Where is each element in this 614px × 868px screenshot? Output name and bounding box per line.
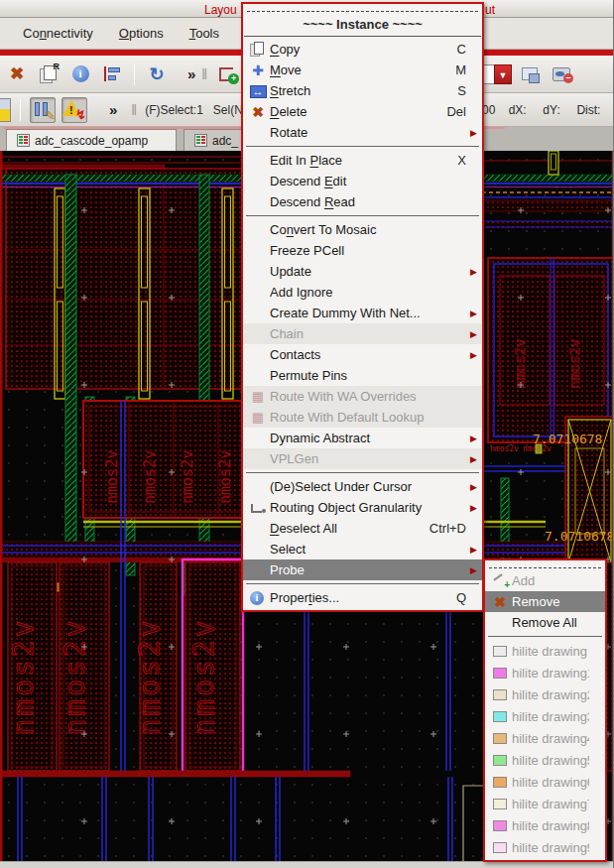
overflow-chevron[interactable]: » <box>109 101 115 118</box>
probe-submenu-item-hilite-drawing2[interactable]: hilite drawing2 <box>485 683 605 705</box>
stretch-icon: ↔ <box>246 82 270 100</box>
menu-item-label: VPLGen <box>270 451 466 466</box>
menu-item-label: (De)Select Under Cursor <box>270 479 466 494</box>
submenu-arrow-icon: ▶ <box>466 482 477 492</box>
coordinate-status: 00 dX: dY: Dist: C <box>482 103 614 117</box>
tab-adc-cascode-opamp[interactable]: adc_cascode_opamp <box>6 129 177 151</box>
context-menu-item-de-select-under-cursor[interactable]: (De)Select Under Cursor▶ <box>243 476 482 497</box>
edit-mode-toggle[interactable]: ✎ <box>30 97 56 123</box>
context-menu-item-probe[interactable]: Probe▶ <box>243 559 482 580</box>
menu-separator <box>246 472 479 473</box>
submenu-arrow-icon: ▶ <box>466 350 477 360</box>
context-menu-item-copy[interactable]: CopyC <box>243 39 482 60</box>
toolbar-handle[interactable]: ‖ <box>131 102 137 118</box>
tab-label: adc_ <box>212 134 238 148</box>
context-menu-item-freeze-pcell[interactable]: Freeze PCell <box>243 240 482 261</box>
probe-submenu-item-hilite-drawing9[interactable]: hilite drawing9 <box>485 836 605 858</box>
menu-item-label: hilite drawing2 <box>512 687 589 702</box>
menu-item-shortcut: Del <box>446 104 466 119</box>
menu-item-label: Properties... <box>270 590 448 605</box>
window-title-fragment: Layou <box>204 3 237 17</box>
context-menu-item-rotate[interactable]: Rotate▶ <box>243 122 482 143</box>
menu-item-label: hilite drawing3 <box>512 709 589 724</box>
menu-item-label: Descend Edit <box>270 174 466 188</box>
probe-submenu-item-hilite-drawing8[interactable]: hilite drawing8 <box>485 814 605 836</box>
toolbar-separator <box>134 63 135 85</box>
probe-submenu-item-hilite-drawing3[interactable]: hilite drawing3 <box>485 705 605 727</box>
menu-item-label: Add <box>512 573 589 588</box>
menubar-item-options[interactable]: Options <box>106 22 177 45</box>
context-menu-item-stretch[interactable]: ↔StretchS <box>243 80 482 101</box>
probe-add-icon <box>488 572 512 590</box>
drc-warning-toggle[interactable]: !↯ <box>61 97 87 123</box>
note-save-icon <box>521 65 541 83</box>
tab-label: adc_cascode_opamp <box>35 134 148 148</box>
menubar-item-tools[interactable]: Tools <box>177 22 232 45</box>
redraw-button[interactable]: ↻ <box>144 62 170 87</box>
context-menu-item-move[interactable]: ✚MoveM <box>243 60 482 80</box>
context-menu-item-vplgen[interactable]: VPLGen▶ <box>243 448 482 469</box>
menu-separator <box>246 146 479 147</box>
copy-instance-button[interactable]: R <box>36 62 61 87</box>
delete-icon: ✖ <box>246 103 270 121</box>
probe-submenu-item-hilite-drawing[interactable]: hilite drawing <box>485 640 605 662</box>
context-menu-item-delete[interactable]: ✖DeleteDel <box>243 101 482 122</box>
context-menu-item-route-with-wa-overrides[interactable]: ▦Route With WA Overrides <box>243 386 482 407</box>
context-menu-item-create-dummy-with-net[interactable]: Create Dummy With Net...▶ <box>243 303 482 323</box>
clipped-toolbar-icon[interactable] <box>0 98 11 122</box>
hilite-color-swatch <box>493 646 507 657</box>
probe-hide-button[interactable]: – <box>550 62 575 87</box>
context-menu-item-add-ignore[interactable]: Add Ignore <box>243 282 482 303</box>
tearoff-handle[interactable] <box>247 5 478 12</box>
probe-submenu-item-hilite-drawing4[interactable]: hilite drawing4 <box>485 727 605 749</box>
context-menu-item-properties[interactable]: Properties...Q <box>243 587 482 608</box>
context-menu-item-edit-in-place[interactable]: Edit In PlaceX <box>243 150 482 171</box>
menu-item-label: Descend Read <box>270 194 466 209</box>
submenu-arrow-icon: ▶ <box>466 503 477 513</box>
menu-item-label: Select <box>270 542 466 557</box>
context-menu-item-update[interactable]: Update▶ <box>243 261 482 282</box>
create-route-button[interactable]: + <box>215 62 241 87</box>
tearoff-handle[interactable] <box>489 561 601 568</box>
context-menu-item-permute-pins[interactable]: Permute Pins <box>243 365 482 386</box>
overflow-chevron[interactable]: » <box>187 65 193 82</box>
probe-submenu-item-hilite-drawing6[interactable]: hilite drawing6 <box>485 771 605 793</box>
hilite-color-swatch <box>493 689 507 700</box>
menubar-item-connectivity[interactable]: Connectivity <box>10 22 106 45</box>
context-menu-item-convert-to-mosaic[interactable]: Convert To Mosaic <box>243 219 482 240</box>
eye-minus-icon: – <box>552 65 573 83</box>
context-menu-item-deselect-all[interactable]: Deselect AllCtrl+D <box>243 518 482 539</box>
probe-submenu-item-hilite-drawing1[interactable]: hilite drawing1 <box>485 662 605 683</box>
menu-item-label: hilite drawing7 <box>512 797 589 811</box>
submenu-arrow-icon: ▶ <box>466 565 477 575</box>
context-menu-item-descend-edit[interactable]: Descend Edit <box>243 171 482 191</box>
annotate-save-button[interactable] <box>518 62 544 87</box>
menu-item-label: Freeze PCell <box>270 243 466 258</box>
context-menu-item-chain[interactable]: Chain▶ <box>243 323 482 344</box>
align-button[interactable] <box>99 62 125 87</box>
toolbar-handle[interactable]: ‖ <box>201 66 207 82</box>
delete-button[interactable]: ✖ <box>4 62 30 87</box>
context-menu-item-dynamic-abstract[interactable]: Dynamic Abstract▶ <box>243 428 482 448</box>
probe-submenu-item-remove-all[interactable]: Remove All <box>485 612 605 633</box>
route-plus-icon: + <box>217 64 239 84</box>
context-menu-item-select[interactable]: Select▶ <box>243 539 482 559</box>
submenu-arrow-icon: ▶ <box>466 454 477 464</box>
probe-submenu-item-remove[interactable]: ✖Remove <box>485 591 605 612</box>
layer-dropdown-button[interactable]: ▼ <box>494 64 512 84</box>
submenu-arrow-icon: ▶ <box>466 434 477 443</box>
properties-button[interactable]: i <box>67 62 93 87</box>
context-menu-item-descend-read[interactable]: Descend Read <box>243 191 482 212</box>
probe-submenu-item-hilite-drawing7[interactable]: hilite drawing7 <box>485 793 605 814</box>
menu-item-label: hilite drawing <box>512 644 589 659</box>
probe-submenu: Add✖RemoveRemove Allhilite drawinghilite… <box>483 558 607 862</box>
context-menu-item-route-with-default-lookup[interactable]: ▦Route With Default Lookup <box>243 407 482 428</box>
submenu-arrow-icon: ▶ <box>466 329 477 339</box>
menu-item-label: Contacts <box>270 347 466 362</box>
context-menu-item-routing-object-granularity[interactable]: Routing Object Granularity▶ <box>243 497 482 518</box>
probe-submenu-item-add[interactable]: Add <box>485 570 605 591</box>
granularity-icon <box>246 499 270 517</box>
probe-submenu-item-hilite-drawing5[interactable]: hilite drawing5 <box>485 749 605 771</box>
menu-separator <box>246 583 479 584</box>
context-menu-item-contacts[interactable]: Contacts▶ <box>243 344 482 365</box>
